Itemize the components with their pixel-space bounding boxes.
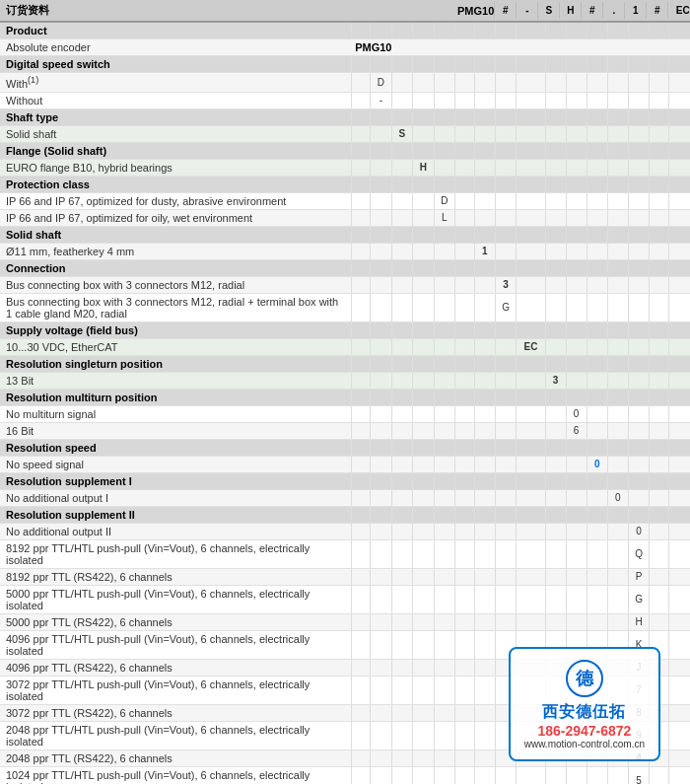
code-pos-5: # [581,2,602,19]
option-label-3072-ttl: 3072 ppr TTL (RS422), 6 channels [0,704,351,721]
code-col-13 [607,23,628,39]
row-1024-ttlhtl: 1024 ppr TTL/HTL push-pull (Vin=Vout), 6… [0,766,690,784]
code-pos-2: - [516,2,537,19]
code-pos-6: . [602,2,624,19]
watermark: 德 西安德伍拓 186-2947-6872 www.motion-control… [509,647,660,761]
code-dash-digital: - [371,92,392,108]
header-bar: 订货资料 PMG10 # - S H # . 1 # EC 3 . # 0 0 … [0,0,690,23]
code-col-9 [517,23,545,39]
code-l-prot: L [434,209,455,226]
option-label-ethercat: 10...30 VDC, EtherCAT [0,338,351,355]
code-0-multiturn: 0 [566,405,586,422]
code-g-conn: G [495,293,517,321]
watermark-website: www.motion-control.com.cn [524,739,645,749]
section-label-supp1: Resolution supplement I [0,472,351,489]
option-label-solid-shaft: Solid shaft [0,125,351,142]
row-no-speed: No speed signal 0 [0,456,690,472]
row-euro-flange: EURO flange B10, hybrid bearings H [0,159,690,176]
option-label-euro-flange: EURO flange B10, hybrid bearings [0,159,351,176]
code-q: Q [628,539,650,568]
header-codes-area: PMG10 # - S H # . 1 # EC 3 . # 0 0 # A [453,0,690,21]
option-label-5000-push: 5000 ppr TTL/HTL push-pull (Vin=Vout), 6… [0,585,351,613]
section-connection: Connection [0,259,690,276]
row-5000-ttlhtl: 5000 ppr TTL/HTL push-pull (Vin=Vout), 6… [0,585,690,613]
row-no-multiturn: No multiturn signal 0 [0,405,690,422]
option-label-2048-ttl: 2048 ppr TTL (RS422), 6 channels [0,749,351,766]
code-pos-3: S [537,2,559,19]
code-cells: # - S H # . 1 # EC 3 . # 0 0 # A [494,2,690,19]
watermark-company-name: 西安德伍拓 [524,702,645,723]
option-label-16bit: 16 Bit [0,422,351,439]
code-1-shaft: 1 [474,243,495,259]
code-col-7 [474,23,495,39]
code-col-1 [351,23,371,39]
code-col-4 [413,23,435,39]
section-supplement-2: Resolution supplement II [0,506,690,523]
code-col-11 [566,23,586,39]
code-col-10 [545,23,566,39]
section-label-product: Product [0,23,351,39]
code-pos-1: # [494,2,516,19]
option-label-conn-terminal: Bus connecting box with 3 connectors M12… [0,293,351,321]
row-no-additional-1: No additional output I 0 [0,489,690,506]
section-label-shaft-size: Solid shaft [0,226,351,243]
code-pos-7: 1 [624,2,646,19]
code-ec-supply: EC [517,338,545,355]
section-res-speed: Resolution speed [0,439,690,456]
section-flange: Flange (Solid shaft) [0,142,690,159]
row-conn-3m12: Bus connecting box with 3 connectors M12… [0,276,690,293]
option-label-no-add1: No additional output I [0,489,351,506]
option-label-3072-push: 3072 ppr TTL/HTL push-pull (Vin=Vout), 6… [0,676,351,704]
page-container: 订货资料 PMG10 # - S H # . 1 # EC 3 . # 0 0 … [0,0,690,784]
section-label-shaft: Shaft type [0,108,351,125]
row-no-additional-2: No additional output II 0 [0,523,690,539]
code-col-15 [650,23,669,39]
code-d-prot: D [434,192,455,209]
code-p: P [628,568,650,585]
option-label-13bit: 13 Bit [0,372,351,389]
section-res-singleturn: Resolution singleturn position [0,355,690,372]
code-col-5 [434,23,455,39]
section-res-multiturn: Resolution multiturn position [0,389,690,405]
code-d-digital: D [371,73,392,93]
code-col-14 [628,23,650,39]
code-5: 5 [628,766,650,784]
section-label-speed: Resolution speed [0,439,351,456]
option-label-dusty: IP 66 and IP 67, optimized for dusty, ab… [0,192,351,209]
option-label-no-multiturn: No multiturn signal [0,405,351,422]
watermark-phone: 186-2947-6872 [524,723,645,739]
svg-text:德: 德 [575,669,594,688]
option-label-shaft-11mm: Ø11 mm, featherkey 4 mm [0,243,351,259]
option-label: Absolute encoder [0,39,351,56]
section-label-singleturn: Resolution singleturn position [0,355,351,372]
row-protection-dusty: IP 66 and IP 67, optimized for dusty, ab… [0,192,690,209]
code-3-singleturn: 3 [545,372,566,389]
option-code-pmg10: PMG10 [351,39,690,56]
code-g-5000: G [628,585,650,613]
code-6-multiturn: 6 [566,422,586,439]
option-label-8192-ttl: 8192 ppr TTL (RS422), 6 channels [0,568,351,585]
section-solid-shaft-size: Solid shaft [0,226,690,243]
code-pos-4: H [559,2,581,19]
section-label-protection: Protection class [0,176,351,192]
code-col-2 [371,23,392,39]
option-label-5000-ttl: 5000 ppr TTL (RS422), 6 channels [0,613,351,630]
section-label-connection: Connection [0,259,351,276]
section-label-supp2: Resolution supplement II [0,506,351,523]
section-label-multiturn: Resolution multiturn position [0,389,351,405]
option-label-4096-ttl: 4096 ppr TTL (RS422), 6 channels [0,659,351,676]
section-protection: Protection class [0,176,690,192]
row-without-digital-switch: Without - [0,92,690,108]
section-label-supply: Supply voltage (field bus) [0,321,351,338]
option-label-without: Without [0,92,351,108]
row-with-digital-switch: With(1) D [0,73,690,93]
code-pos-9: EC [667,2,690,19]
header-title: 订货资料 [0,0,453,21]
option-label-2048-push: 2048 ppr TTL/HTL push-pull (Vin=Vout), 6… [0,721,351,749]
row-13bit: 13 Bit 3 [0,372,690,389]
section-supplement-1: Resolution supplement I [0,472,690,489]
row-protection-oily: IP 66 and IP 67, optimized for oily, wet… [0,209,690,226]
row-5000-ttl: 5000 ppr TTL (RS422), 6 channels H [0,613,690,630]
code-h-5000: H [628,613,650,630]
option-label-oily: IP 66 and IP 67, optimized for oily, wet… [0,209,351,226]
